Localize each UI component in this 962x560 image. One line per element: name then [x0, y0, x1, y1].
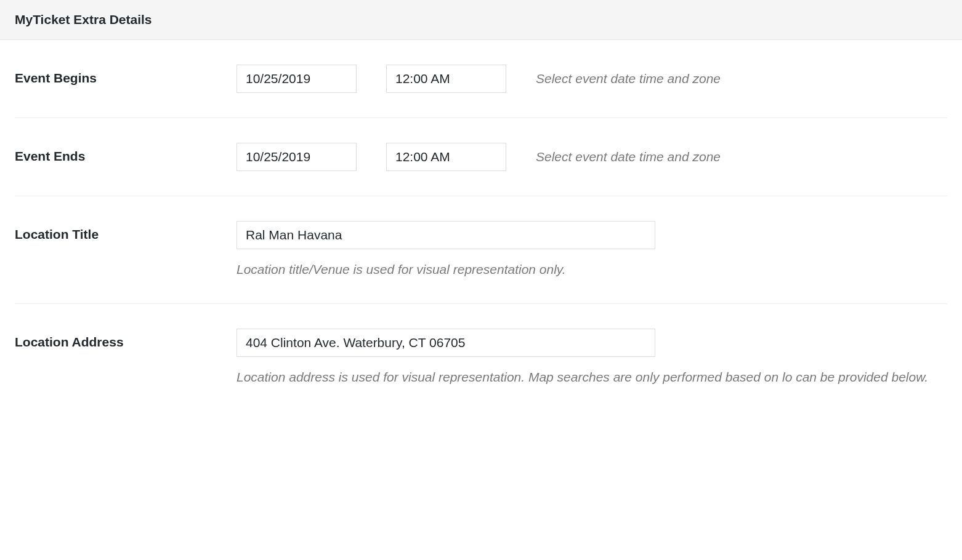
label-location-title: Location Title — [15, 221, 236, 242]
location-address-input[interactable] — [236, 329, 655, 357]
panel-title: MyTicket Extra Details — [15, 12, 947, 27]
controls-event-ends: Select event date time and zone — [236, 143, 947, 171]
label-event-ends: Event Ends — [15, 143, 236, 164]
row-event-begins: Event Begins Select event date time and … — [15, 40, 947, 118]
inline-event-ends: Select event date time and zone — [236, 143, 947, 171]
event-begins-time-input[interactable] — [386, 65, 506, 93]
event-ends-date-input[interactable] — [236, 143, 357, 171]
inline-event-begins: Select event date time and zone — [236, 65, 947, 93]
controls-location-title: Location title/Venue is used for visual … — [236, 221, 947, 279]
label-event-begins: Event Begins — [15, 65, 236, 86]
row-event-ends: Event Ends Select event date time and zo… — [15, 118, 947, 196]
row-location-address: Location Address Location address is use… — [15, 304, 947, 411]
hint-location-title: Location title/Venue is used for visual … — [236, 260, 947, 279]
input-group-event-ends — [236, 143, 506, 171]
panel-body: Event Begins Select event date time and … — [0, 40, 962, 412]
controls-location-address: Location address is used for visual repr… — [236, 329, 947, 386]
location-title-input[interactable] — [236, 221, 655, 249]
input-group-event-begins — [236, 65, 506, 93]
hint-location-address: Location address is used for visual repr… — [236, 368, 947, 386]
event-ends-time-input[interactable] — [386, 143, 506, 171]
label-location-address: Location Address — [15, 329, 236, 350]
hint-event-ends: Select event date time and zone — [536, 150, 721, 164]
event-begins-date-input[interactable] — [236, 65, 357, 93]
controls-event-begins: Select event date time and zone — [236, 65, 947, 93]
row-location-title: Location Title Location title/Venue is u… — [15, 196, 947, 304]
hint-event-begins: Select event date time and zone — [536, 71, 721, 86]
panel-header: MyTicket Extra Details — [0, 0, 962, 40]
